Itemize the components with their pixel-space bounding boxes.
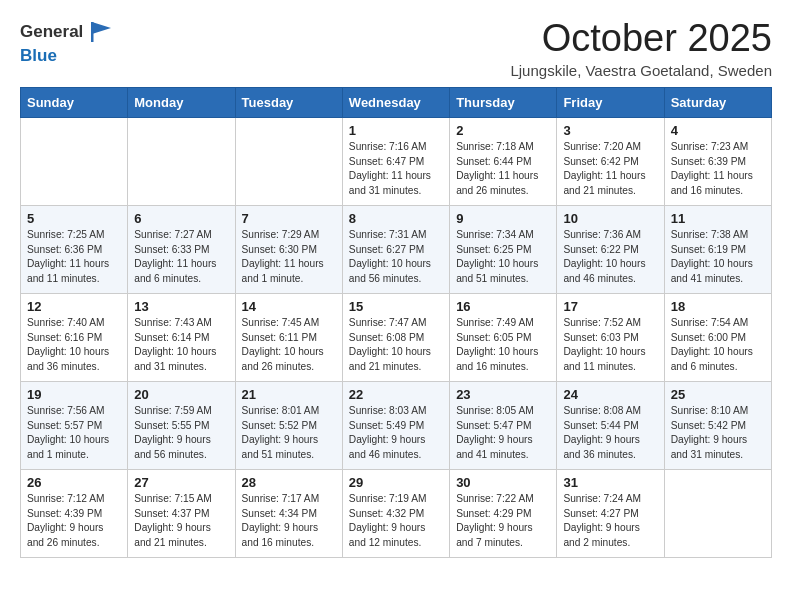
day-cell-w4-d3: 21Sunrise: 8:01 AMSunset: 5:52 PMDayligh… [235,381,342,469]
day-cell-w3-d4: 15Sunrise: 7:47 AMSunset: 6:08 PMDayligh… [342,293,449,381]
day-info: Sunrise: 8:10 AMSunset: 5:42 PMDaylight:… [671,404,765,463]
logo-general-text: General [20,22,83,42]
day-number: 29 [349,475,443,490]
day-info: Sunrise: 7:22 AMSunset: 4:29 PMDaylight:… [456,492,550,551]
week-row-1: 1Sunrise: 7:16 AMSunset: 6:47 PMDaylight… [21,117,772,205]
day-info: Sunrise: 8:01 AMSunset: 5:52 PMDaylight:… [242,404,336,463]
week-row-3: 12Sunrise: 7:40 AMSunset: 6:16 PMDayligh… [21,293,772,381]
header: General Blue October 2025 Ljungskile, Va… [20,18,772,79]
day-number: 7 [242,211,336,226]
day-cell-w3-d5: 16Sunrise: 7:49 AMSunset: 6:05 PMDayligh… [450,293,557,381]
day-number: 3 [563,123,657,138]
day-info: Sunrise: 7:25 AMSunset: 6:36 PMDaylight:… [27,228,121,287]
day-cell-w5-d5: 30Sunrise: 7:22 AMSunset: 4:29 PMDayligh… [450,469,557,557]
day-cell-w2-d7: 11Sunrise: 7:38 AMSunset: 6:19 PMDayligh… [664,205,771,293]
day-cell-w2-d5: 9Sunrise: 7:34 AMSunset: 6:25 PMDaylight… [450,205,557,293]
svg-marker-0 [92,22,111,34]
title-block: October 2025 Ljungskile, Vaestra Goetala… [510,18,772,79]
day-cell-w2-d3: 7Sunrise: 7:29 AMSunset: 6:30 PMDaylight… [235,205,342,293]
day-info: Sunrise: 7:34 AMSunset: 6:25 PMDaylight:… [456,228,550,287]
day-info: Sunrise: 7:20 AMSunset: 6:42 PMDaylight:… [563,140,657,199]
day-info: Sunrise: 7:59 AMSunset: 5:55 PMDaylight:… [134,404,228,463]
day-cell-w2-d6: 10Sunrise: 7:36 AMSunset: 6:22 PMDayligh… [557,205,664,293]
day-cell-w3-d2: 13Sunrise: 7:43 AMSunset: 6:14 PMDayligh… [128,293,235,381]
day-number: 5 [27,211,121,226]
header-monday: Monday [128,87,235,117]
day-cell-w4-d7: 25Sunrise: 8:10 AMSunset: 5:42 PMDayligh… [664,381,771,469]
day-cell-w1-d5: 2Sunrise: 7:18 AMSunset: 6:44 PMDaylight… [450,117,557,205]
day-info: Sunrise: 7:15 AMSunset: 4:37 PMDaylight:… [134,492,228,551]
header-friday: Friday [557,87,664,117]
day-cell-w1-d7: 4Sunrise: 7:23 AMSunset: 6:39 PMDaylight… [664,117,771,205]
day-info: Sunrise: 7:52 AMSunset: 6:03 PMDaylight:… [563,316,657,375]
logo-blue-text: Blue [20,46,57,65]
week-row-2: 5Sunrise: 7:25 AMSunset: 6:36 PMDaylight… [21,205,772,293]
day-info: Sunrise: 7:17 AMSunset: 4:34 PMDaylight:… [242,492,336,551]
day-info: Sunrise: 7:40 AMSunset: 6:16 PMDaylight:… [27,316,121,375]
day-cell-w5-d1: 26Sunrise: 7:12 AMSunset: 4:39 PMDayligh… [21,469,128,557]
day-cell-w1-d2 [128,117,235,205]
day-cell-w3-d3: 14Sunrise: 7:45 AMSunset: 6:11 PMDayligh… [235,293,342,381]
day-number: 17 [563,299,657,314]
day-cell-w1-d1 [21,117,128,205]
day-info: Sunrise: 7:45 AMSunset: 6:11 PMDaylight:… [242,316,336,375]
day-info: Sunrise: 7:23 AMSunset: 6:39 PMDaylight:… [671,140,765,199]
day-info: Sunrise: 7:24 AMSunset: 4:27 PMDaylight:… [563,492,657,551]
day-cell-w5-d6: 31Sunrise: 7:24 AMSunset: 4:27 PMDayligh… [557,469,664,557]
header-wednesday: Wednesday [342,87,449,117]
day-cell-w1-d3 [235,117,342,205]
day-number: 20 [134,387,228,402]
day-cell-w4-d5: 23Sunrise: 8:05 AMSunset: 5:47 PMDayligh… [450,381,557,469]
day-info: Sunrise: 8:08 AMSunset: 5:44 PMDaylight:… [563,404,657,463]
day-info: Sunrise: 7:12 AMSunset: 4:39 PMDaylight:… [27,492,121,551]
day-number: 23 [456,387,550,402]
page: General Blue October 2025 Ljungskile, Va… [0,0,792,572]
day-info: Sunrise: 7:54 AMSunset: 6:00 PMDaylight:… [671,316,765,375]
day-number: 30 [456,475,550,490]
month-title: October 2025 [510,18,772,60]
day-number: 15 [349,299,443,314]
day-number: 14 [242,299,336,314]
day-number: 13 [134,299,228,314]
day-info: Sunrise: 7:18 AMSunset: 6:44 PMDaylight:… [456,140,550,199]
day-number: 4 [671,123,765,138]
day-info: Sunrise: 7:16 AMSunset: 6:47 PMDaylight:… [349,140,443,199]
week-row-5: 26Sunrise: 7:12 AMSunset: 4:39 PMDayligh… [21,469,772,557]
day-cell-w4-d4: 22Sunrise: 8:03 AMSunset: 5:49 PMDayligh… [342,381,449,469]
day-number: 21 [242,387,336,402]
day-info: Sunrise: 7:43 AMSunset: 6:14 PMDaylight:… [134,316,228,375]
day-number: 18 [671,299,765,314]
day-cell-w4-d2: 20Sunrise: 7:59 AMSunset: 5:55 PMDayligh… [128,381,235,469]
day-info: Sunrise: 7:36 AMSunset: 6:22 PMDaylight:… [563,228,657,287]
day-cell-w4-d6: 24Sunrise: 8:08 AMSunset: 5:44 PMDayligh… [557,381,664,469]
weekday-header-row: Sunday Monday Tuesday Wednesday Thursday… [21,87,772,117]
day-cell-w5-d2: 27Sunrise: 7:15 AMSunset: 4:37 PMDayligh… [128,469,235,557]
day-cell-w2-d4: 8Sunrise: 7:31 AMSunset: 6:27 PMDaylight… [342,205,449,293]
day-number: 12 [27,299,121,314]
day-number: 26 [27,475,121,490]
day-info: Sunrise: 8:05 AMSunset: 5:47 PMDaylight:… [456,404,550,463]
day-number: 24 [563,387,657,402]
day-cell-w5-d4: 29Sunrise: 7:19 AMSunset: 4:32 PMDayligh… [342,469,449,557]
day-number: 16 [456,299,550,314]
day-number: 9 [456,211,550,226]
day-number: 8 [349,211,443,226]
day-cell-w2-d2: 6Sunrise: 7:27 AMSunset: 6:33 PMDaylight… [128,205,235,293]
day-number: 11 [671,211,765,226]
day-number: 2 [456,123,550,138]
day-number: 6 [134,211,228,226]
day-cell-w3-d1: 12Sunrise: 7:40 AMSunset: 6:16 PMDayligh… [21,293,128,381]
svg-rect-1 [91,22,94,42]
day-number: 10 [563,211,657,226]
day-number: 27 [134,475,228,490]
day-info: Sunrise: 7:19 AMSunset: 4:32 PMDaylight:… [349,492,443,551]
day-number: 25 [671,387,765,402]
day-number: 31 [563,475,657,490]
logo: General Blue [20,18,115,66]
calendar-table: Sunday Monday Tuesday Wednesday Thursday… [20,87,772,558]
day-info: Sunrise: 7:38 AMSunset: 6:19 PMDaylight:… [671,228,765,287]
logo-flag-icon [87,18,115,46]
day-cell-w3-d7: 18Sunrise: 7:54 AMSunset: 6:00 PMDayligh… [664,293,771,381]
day-cell-w2-d1: 5Sunrise: 7:25 AMSunset: 6:36 PMDaylight… [21,205,128,293]
day-info: Sunrise: 7:49 AMSunset: 6:05 PMDaylight:… [456,316,550,375]
